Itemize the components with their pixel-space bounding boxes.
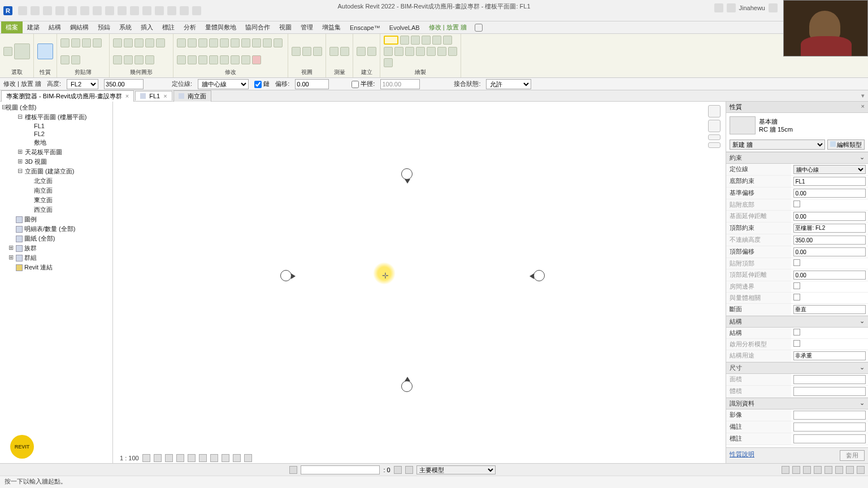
browser-item[interactable]: 北立面 (0, 176, 112, 186)
prop-value[interactable] (791, 421, 868, 433)
ribbon-tool-icon[interactable] (405, 47, 414, 56)
menu-tab-14[interactable]: Enscape™ (345, 23, 385, 33)
s4-icon[interactable] (814, 466, 822, 474)
ribbon-tool-icon[interactable] (198, 38, 207, 47)
browser-item[interactable]: 南立面 (0, 186, 112, 195)
ribbon-tool-icon[interactable] (241, 55, 250, 64)
ribbon-tool-icon[interactable] (198, 55, 207, 64)
qat-section-icon[interactable] (142, 6, 151, 15)
menu-tab-5[interactable]: 系統 (115, 21, 136, 33)
qat-save-icon[interactable] (31, 6, 40, 15)
qat-text-icon[interactable] (118, 6, 127, 15)
apply-button[interactable]: 套用 (840, 450, 865, 461)
revit-logo-icon[interactable]: R (3, 6, 12, 15)
ribbon-tool-icon[interactable] (302, 47, 311, 56)
s5-icon[interactable] (824, 466, 832, 474)
radius-input[interactable] (380, 79, 420, 89)
elevation-marker-north[interactable] (401, 168, 413, 180)
browser-item[interactable]: FL2 (0, 130, 112, 138)
qat-redo-icon[interactable] (68, 6, 77, 15)
menu-tab-2[interactable]: 結構 (44, 21, 66, 33)
menu-tab-13[interactable]: 增益集 (318, 21, 345, 33)
menu-tab-15[interactable]: EvolveLAB (385, 23, 424, 33)
model-icon[interactable] (405, 466, 413, 474)
elevation-marker-west[interactable] (280, 270, 292, 281)
prop-value[interactable] (791, 176, 868, 187)
prop-value[interactable] (791, 433, 868, 445)
join-select[interactable]: 允許 (486, 79, 531, 89)
ribbon-tool-icon[interactable] (14, 43, 30, 59)
browser-item[interactable]: 圖例 (0, 215, 112, 224)
ribbon-tool-icon[interactable] (443, 36, 452, 45)
ribbon-tool-icon[interactable] (113, 38, 122, 47)
s8-icon[interactable] (857, 466, 865, 474)
ribbon-tool-icon[interactable] (263, 38, 272, 47)
tab-project-browser[interactable]: 專案瀏覽器 - BIM-Revit成功應用-畫設專群× (1, 90, 134, 102)
ribbon-tool-icon[interactable] (384, 47, 393, 56)
ribbon-tool-icon[interactable] (209, 55, 218, 64)
browser-item[interactable]: ⊟樓板平面圖 (樓層平面) (0, 112, 112, 122)
qat-close-icon[interactable] (167, 6, 176, 15)
ribbon-tool-icon[interactable] (241, 38, 250, 47)
ribbon-tool-icon[interactable] (231, 55, 240, 64)
ribbon-tool-icon[interactable] (145, 55, 154, 64)
tabs-dropdown-icon[interactable]: ▾ (858, 92, 868, 99)
qat-thin-icon[interactable] (155, 6, 164, 15)
ribbon-tool-icon[interactable] (209, 38, 218, 47)
menu-tab-6[interactable]: 插入 (136, 21, 158, 33)
browser-item[interactable]: 圖紙 (全部) (0, 234, 112, 243)
ribbon-tool-icon[interactable] (177, 55, 186, 64)
ribbon-tool-icon[interactable] (177, 38, 186, 47)
drawing-canvas[interactable]: ✛ 1 : 100 (113, 102, 726, 463)
qat-print-icon[interactable] (80, 6, 89, 15)
ribbon-tool-icon[interactable] (124, 38, 133, 47)
info-icon[interactable] (714, 3, 723, 12)
qat-switch-icon[interactable] (180, 6, 189, 15)
s7-icon[interactable] (846, 466, 854, 474)
browser-root[interactable]: ⊟視圖 (全部) (0, 103, 112, 112)
ribbon-tool-icon[interactable] (384, 58, 393, 67)
ribbon-tool-icon[interactable] (313, 47, 322, 56)
ribbon-tool-icon[interactable] (60, 38, 70, 47)
detail-level-icon[interactable] (142, 454, 150, 462)
qat-undo-icon[interactable] (55, 6, 64, 15)
close-icon[interactable]: × (125, 93, 129, 99)
viewcube-icon[interactable] (708, 120, 721, 132)
prop-group-header[interactable]: 識別資料⌄ (726, 398, 868, 409)
menu-tab-7[interactable]: 標註 (158, 21, 179, 33)
qat-sync-icon[interactable] (43, 6, 52, 15)
ribbon-tool-icon[interactable] (252, 55, 261, 64)
prop-value[interactable] (791, 304, 868, 315)
view-scale[interactable]: 1 : 100 (120, 455, 139, 461)
menu-tab-10[interactable]: 協同合作 (241, 21, 275, 33)
prop-value[interactable] (791, 409, 868, 421)
tab-south-elev[interactable]: 南立面 (173, 90, 211, 102)
ribbon-tool-icon[interactable] (432, 36, 441, 45)
ribbon-tool-icon[interactable] (37, 43, 53, 59)
ribbon-tool-icon[interactable] (427, 47, 436, 56)
ribbon-tool-icon[interactable] (292, 47, 301, 56)
type-selector[interactable]: 基本牆 RC 牆 15cm (726, 113, 868, 138)
home-icon[interactable] (708, 105, 721, 117)
ribbon-tool-icon[interactable] (93, 38, 102, 47)
ribbon-tool-icon[interactable] (145, 38, 154, 47)
prop-group-header[interactable]: 結構⌄ (726, 316, 868, 328)
prop-value[interactable] (791, 223, 868, 234)
record-icon[interactable] (475, 24, 483, 32)
close-icon[interactable]: × (163, 93, 167, 99)
hide-icon[interactable] (222, 454, 229, 462)
s1-icon[interactable] (782, 466, 789, 474)
ribbon-tool-icon[interactable] (394, 47, 403, 56)
tab-fl1[interactable]: FL1× (135, 91, 172, 101)
qat-drop-icon[interactable] (192, 6, 201, 15)
constraints-icon[interactable] (244, 454, 252, 462)
qat-3d-icon[interactable] (130, 6, 139, 15)
zoom-icon[interactable] (708, 142, 721, 148)
ribbon-tool-icon[interactable] (220, 55, 229, 64)
menu-tab-1[interactable]: 建築 (23, 21, 44, 33)
shadows-icon[interactable] (176, 454, 184, 462)
browser-item[interactable]: ⊟立面圖 (建築立面) (0, 167, 112, 176)
ribbon-tool-icon[interactable] (134, 55, 144, 64)
browser-item[interactable]: 東立面 (0, 195, 112, 205)
browser-item[interactable]: Revit 連結 (0, 263, 112, 272)
